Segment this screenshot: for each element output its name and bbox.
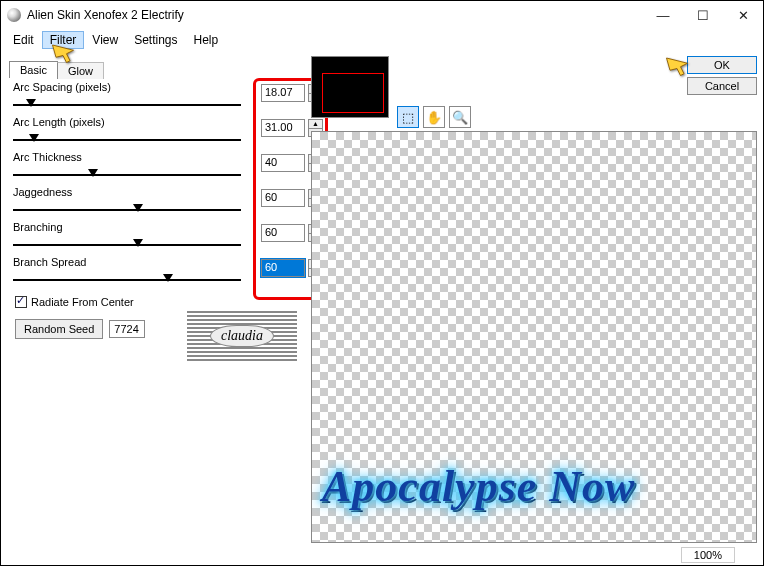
slider-arc-thickness: Arc Thickness40 xyxy=(13,151,313,186)
slider-track[interactable] xyxy=(13,279,241,281)
slider-thumb[interactable] xyxy=(29,134,39,142)
slider-jaggedness: Jaggedness60 xyxy=(13,186,313,221)
app-icon xyxy=(7,8,21,22)
random-seed-group: Random Seed 7724 xyxy=(15,319,145,339)
tab-glow[interactable]: Glow xyxy=(57,62,104,79)
title-bar: Alien Skin Xenofex 2 Electrify — ☐ ✕ xyxy=(1,1,763,29)
slider-arc-length-pixels: Arc Length (pixels)31.00 xyxy=(13,116,313,151)
menu-help[interactable]: Help xyxy=(186,31,227,49)
slider-thumb[interactable] xyxy=(26,99,36,107)
slider-arc-spacing-pixels: Arc Spacing (pixels)18.07 xyxy=(13,81,313,116)
radiate-label: Radiate From Center xyxy=(31,296,134,308)
random-seed-field[interactable]: 7724 xyxy=(109,320,145,338)
menu-filter[interactable]: Filter xyxy=(42,31,85,49)
menu-settings[interactable]: Settings xyxy=(126,31,185,49)
slider-panel: Arc Spacing (pixels)18.07Arc Length (pix… xyxy=(13,81,313,291)
menu-edit[interactable]: Edit xyxy=(5,31,42,49)
tab-strip: Basic Glow xyxy=(9,61,103,78)
slider-value-field[interactable]: 60 xyxy=(261,189,305,207)
slider-branch-spread: Branch Spread60 xyxy=(13,256,313,291)
menu-bar: Edit Filter View Settings Help xyxy=(1,29,763,51)
dialog-body: Basic Glow Arc Spacing (pixels)18.07Arc … xyxy=(1,51,763,565)
menu-view[interactable]: View xyxy=(84,31,126,49)
slider-thumb[interactable] xyxy=(163,274,173,282)
check-icon xyxy=(15,296,27,308)
close-button[interactable]: ✕ xyxy=(723,2,763,28)
slider-track[interactable] xyxy=(13,209,241,211)
slider-value-field[interactable]: 60 xyxy=(261,224,305,242)
pan-icon[interactable]: ✋ xyxy=(423,106,445,128)
tab-basic[interactable]: Basic xyxy=(9,61,58,78)
cancel-button[interactable]: Cancel xyxy=(687,77,757,95)
minimize-button[interactable]: — xyxy=(643,2,683,28)
navigator-thumbnail[interactable] xyxy=(311,56,389,118)
app-window: Alien Skin Xenofex 2 Electrify — ☐ ✕ Edi… xyxy=(0,0,764,566)
slider-thumb[interactable] xyxy=(133,239,143,247)
zoom-icon[interactable]: 🔍 xyxy=(449,106,471,128)
radiate-checkbox[interactable]: Radiate From Center xyxy=(15,296,134,308)
slider-branching: Branching60 xyxy=(13,221,313,256)
hand-select-icon[interactable]: ⬚ xyxy=(397,106,419,128)
slider-track[interactable] xyxy=(13,139,241,141)
slider-track[interactable] xyxy=(13,104,241,106)
slider-thumb[interactable] xyxy=(88,169,98,177)
preview-effect-text: Apocalypse Now xyxy=(322,461,635,512)
dialog-buttons: OK Cancel xyxy=(687,56,757,98)
slider-thumb[interactable] xyxy=(133,204,143,212)
author-logo: claudia xyxy=(187,311,297,361)
slider-value-field[interactable]: 18.07 xyxy=(261,84,305,102)
preview-toolbar: ⬚✋🔍 xyxy=(397,106,471,128)
slider-value-field[interactable]: 31.00 xyxy=(261,119,305,137)
slider-value-field[interactable]: 40 xyxy=(261,154,305,172)
random-seed-button[interactable]: Random Seed xyxy=(15,319,103,339)
maximize-button[interactable]: ☐ xyxy=(683,2,723,28)
zoom-indicator: 100% xyxy=(681,547,735,563)
slider-value-field[interactable]: 60 xyxy=(261,259,305,277)
slider-track[interactable] xyxy=(13,244,241,246)
window-title: Alien Skin Xenofex 2 Electrify xyxy=(27,8,184,22)
preview-area[interactable]: Apocalypse Now xyxy=(311,131,757,543)
navigator-rect[interactable] xyxy=(322,73,384,113)
ok-button[interactable]: OK xyxy=(687,56,757,74)
author-logo-text: claudia xyxy=(210,325,274,347)
slider-track[interactable] xyxy=(13,174,241,176)
